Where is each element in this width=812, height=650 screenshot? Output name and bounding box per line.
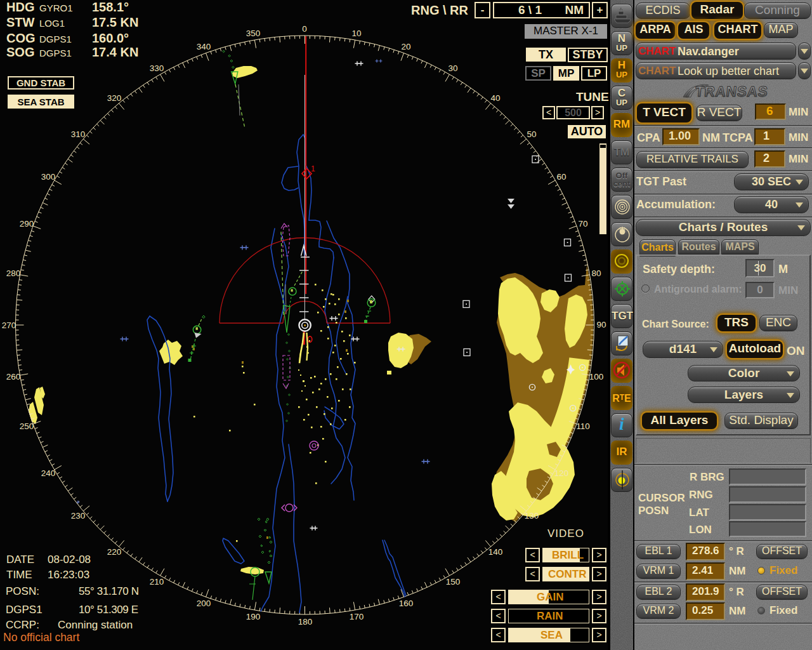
svg-text:320: 320	[107, 93, 122, 103]
svg-text:90: 90	[596, 320, 606, 329]
svg-text:10: 10	[351, 29, 361, 38]
svg-text:70: 70	[578, 219, 587, 229]
svg-text:1: 1	[311, 164, 315, 173]
svg-text:240: 240	[41, 468, 56, 478]
svg-text:80: 80	[591, 269, 601, 278]
svg-text:130: 130	[525, 511, 539, 521]
svg-text:160: 160	[399, 599, 414, 608]
svg-text:280: 280	[6, 269, 21, 278]
svg-text:350: 350	[246, 29, 261, 38]
svg-text:170: 170	[350, 612, 364, 621]
svg-text:150: 150	[446, 577, 461, 587]
svg-text:250: 250	[20, 421, 34, 431]
svg-text:0: 0	[302, 24, 307, 34]
svg-text:100: 100	[589, 372, 604, 381]
svg-text:330: 330	[150, 63, 164, 73]
svg-text:340: 340	[197, 42, 211, 51]
svg-text:300: 300	[41, 172, 56, 182]
svg-text:60: 60	[556, 172, 566, 182]
svg-text:20: 20	[401, 42, 410, 51]
svg-text:290: 290	[20, 219, 34, 229]
svg-text:110: 110	[576, 421, 590, 431]
svg-text:120: 120	[554, 468, 569, 478]
svg-text:270: 270	[2, 321, 16, 330]
svg-text:180: 180	[298, 617, 313, 627]
svg-text:210: 210	[150, 577, 164, 587]
svg-text:310: 310	[71, 129, 86, 139]
svg-text:200: 200	[197, 599, 211, 608]
svg-text:30: 30	[448, 63, 457, 73]
svg-text:220: 220	[107, 547, 122, 557]
svg-text:50: 50	[527, 129, 536, 139]
svg-text:260: 260	[6, 372, 21, 381]
svg-text:190: 190	[246, 612, 261, 621]
svg-text:230: 230	[71, 511, 86, 521]
svg-text:140: 140	[488, 547, 503, 557]
svg-text:40: 40	[490, 93, 500, 103]
svg-text:TRANSAS: TRANSAS	[695, 83, 769, 100]
